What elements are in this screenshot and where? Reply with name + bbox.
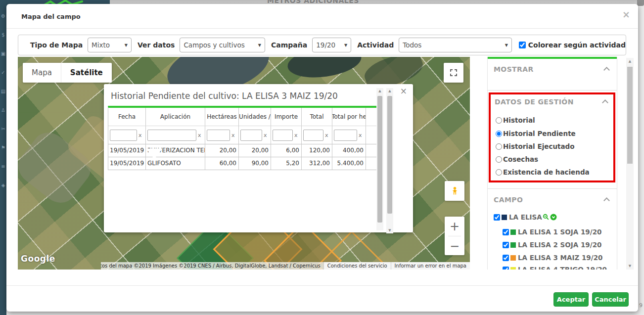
filter-input-total[interactable] [303, 130, 323, 141]
map-type-select[interactable]: Mixto ▼ [88, 38, 132, 52]
radio-historial-pendiente[interactable]: Historial Pendiente [496, 130, 576, 137]
filter-clear-icon[interactable]: x [264, 132, 267, 138]
report-map-error-link[interactable]: Informar un error en el mapa [391, 262, 470, 270]
radio-historial-ejecutado[interactable]: Historial Ejecutado [496, 142, 575, 150]
sidebar-scrollbar[interactable]: ▲ ▼ [626, 58, 634, 270]
cell-hectareas: 60,00 [205, 157, 239, 170]
map-attribution-text: Datos del mapa ©2019 Imágenes ©2019 CNES… [101, 262, 323, 270]
nav-glyph-icon: ▣ [0, 51, 6, 56]
column-header[interactable]: Hectáreas [205, 108, 239, 126]
collapse-chevron-icon[interactable] [603, 67, 610, 73]
season-value: 19/20 [316, 41, 335, 49]
campo-tree-item[interactable]: LA ELISA 4 TRIGO 19/20 [503, 266, 607, 270]
map-view-button[interactable]: Mapa [23, 63, 61, 83]
campo-checkbox[interactable] [494, 214, 500, 221]
column-header[interactable]: Total [302, 108, 332, 126]
expand-circle-icon[interactable] [550, 214, 557, 221]
filter-input-unidades[interactable] [240, 130, 262, 141]
radio-button[interactable] [496, 143, 502, 150]
accept-button[interactable]: Aceptar [553, 292, 589, 307]
filter-clear-icon[interactable]: x [138, 132, 142, 138]
view-data-select[interactable]: Campos y cultivos ▼ [180, 38, 265, 52]
column-header[interactable]: Total por he [332, 108, 366, 126]
table-scrollbar[interactable]: ▲ [376, 88, 383, 230]
campo-tree-item[interactable]: LA ELISA 3 MAIZ 19/20 [503, 254, 602, 262]
radio-cosechas[interactable]: Cosechas [496, 155, 538, 163]
filter-clear-icon[interactable]: x [231, 132, 235, 138]
collapse-chevron-icon[interactable] [603, 197, 610, 204]
campo-checkbox[interactable] [503, 255, 509, 261]
terms-of-service-link[interactable]: Condiciones del servicio [323, 262, 391, 270]
cell-total-ha: 400,00 [332, 144, 366, 157]
filter-clear-icon[interactable]: x [294, 132, 298, 138]
campo-tree-item[interactable]: LA ELISA 2 SOJA 19/20 [503, 241, 601, 249]
scroll-down-icon[interactable]: ▼ [626, 264, 634, 268]
infowindow-close-icon[interactable]: × [400, 86, 407, 96]
column-header[interactable]: Importe [271, 108, 302, 126]
campo-checkbox[interactable] [503, 267, 509, 270]
campo-checkbox[interactable] [503, 229, 509, 235]
collapse-chevron-icon[interactable] [602, 99, 608, 106]
zoom-in-button[interactable]: + [445, 217, 464, 236]
dialog-close-icon[interactable]: × [622, 9, 630, 20]
street-view-pegman-button[interactable] [445, 181, 464, 201]
cell-importe: 6,00 [271, 144, 302, 157]
filter-input-aplicacion[interactable] [147, 130, 196, 141]
map-type-value: Mixto [92, 41, 110, 49]
zoom-out-button[interactable]: − [445, 236, 464, 256]
filter-input-total-ha[interactable] [334, 130, 357, 141]
filter-input-fecha[interactable] [110, 130, 137, 141]
campo-label: LA ELISA 3 MAIZ 19/20 [518, 254, 602, 262]
nav-glyph-icon: ▤ [0, 89, 6, 94]
radio-existencia-hacienda[interactable]: Existencia de hacienda [496, 168, 590, 176]
column-header[interactable]: Aplicación [146, 108, 205, 126]
satellite-view-button[interactable]: Satélite [61, 63, 112, 83]
fullscreen-button[interactable] [444, 63, 463, 83]
filter-cell-empty [366, 126, 377, 144]
radio-label: Existencia de hacienda [503, 168, 590, 176]
radio-button[interactable] [496, 117, 502, 124]
scroll-up-icon[interactable]: ▲ [626, 59, 634, 63]
filter-clear-icon[interactable]: x [325, 132, 328, 138]
cell-unidades: 90,00 [239, 157, 271, 170]
nav-glyph-icon: ◈ [0, 182, 6, 188]
season-select[interactable]: 19/20 ▼ [312, 38, 351, 52]
radio-label: Historial Pendiente [503, 130, 576, 137]
filter-input-hectareas[interactable] [207, 130, 230, 141]
cancel-button[interactable]: Cancelar [592, 292, 629, 307]
infowindow-title: Historial Pendiente del cultivo: LA ELIS… [111, 91, 338, 101]
column-header[interactable]: Fecha [108, 108, 146, 126]
filter-clear-icon[interactable]: x [198, 132, 201, 138]
filter-clear-icon[interactable]: x [359, 132, 362, 138]
radio-button[interactable] [496, 131, 502, 137]
scroll-up-icon[interactable]: ▲ [376, 89, 383, 93]
zoom-to-field-icon[interactable] [543, 214, 550, 221]
chevron-down-icon: ▼ [344, 43, 347, 47]
radio-label: Historial [503, 116, 535, 124]
column-header[interactable]: Unidades / [239, 108, 271, 126]
radio-button[interactable] [496, 169, 502, 176]
radio-historial[interactable]: Historial [496, 116, 535, 124]
radio-button[interactable] [496, 156, 502, 163]
scroll-up-icon[interactable]: ▲ [386, 89, 393, 93]
background-scrollbar-fragment [637, 0, 644, 6]
activity-select[interactable]: Todos ▼ [399, 38, 512, 52]
crop-color-swatch [510, 229, 516, 235]
google-logo: Google [21, 254, 55, 264]
campo-tree-item[interactable]: LA ELISA 1 SOJA 19/20 [503, 228, 601, 236]
dialog-title: Mapa del campo [21, 13, 81, 20]
campo-tree-parent[interactable]: LA ELISA [494, 213, 557, 221]
scrollbar-thumb[interactable] [377, 96, 382, 223]
scrollbar-thumb[interactable] [387, 96, 392, 214]
pending-history-table: Fecha Aplicación Hectáreas Unidades / Im… [108, 106, 377, 170]
campo-checkbox[interactable] [503, 242, 509, 248]
popup-scrollbar[interactable]: ▲ ▼ [386, 88, 393, 233]
filter-input-importe[interactable] [273, 130, 293, 141]
cell-total: 120,00 [302, 144, 332, 157]
section-campo-title: CAMPO [494, 196, 523, 204]
scrollbar-thumb[interactable] [627, 67, 633, 164]
scroll-down-icon[interactable]: ▼ [386, 228, 393, 232]
cell-total: 312,00 [302, 157, 332, 170]
colorize-activity-checkbox[interactable] [519, 42, 526, 48]
nav-glyph-icon: $ [0, 32, 6, 38]
